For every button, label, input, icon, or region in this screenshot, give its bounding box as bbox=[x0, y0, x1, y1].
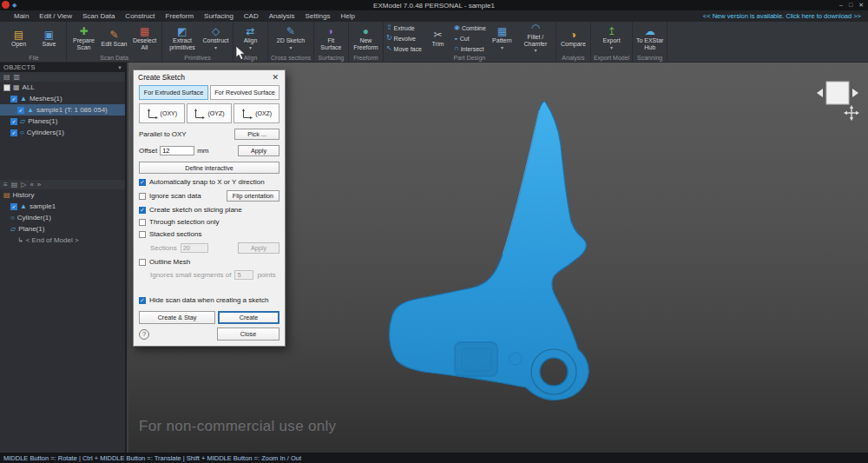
prepare-scan-button[interactable]: ✚ Prepare Scan bbox=[69, 26, 98, 50]
pick-button[interactable]: Pick ... bbox=[234, 129, 279, 140]
stacked-sections-checkbox[interactable] bbox=[139, 231, 146, 238]
trim-button[interactable]: ✂ Trim bbox=[424, 30, 452, 48]
dialog-title-bar[interactable]: Create Sketch ✕ bbox=[134, 70, 285, 83]
tab-revolved-surface[interactable]: For Revolved Surface bbox=[210, 85, 279, 100]
history-list-icon[interactable]: ≡ bbox=[3, 181, 8, 189]
menu-analysis[interactable]: Analysis bbox=[264, 10, 300, 22]
deselect-all-button[interactable]: ▦ Deselect All bbox=[130, 26, 159, 50]
construct-button[interactable]: ◇ Construct ▾ bbox=[201, 26, 230, 50]
flip-orientation-button[interactable]: Flip orientation bbox=[227, 190, 279, 202]
history-tree-icon[interactable]: ▤ bbox=[11, 181, 18, 189]
menu-cad[interactable]: CAD bbox=[239, 10, 264, 22]
plane-oxz-button[interactable]: (OXZ) bbox=[233, 103, 279, 123]
history-step-forward-icon[interactable]: » bbox=[37, 181, 41, 189]
export-dropdown-icon: ▾ bbox=[610, 45, 613, 51]
outline-mesh-checkbox[interactable] bbox=[139, 259, 146, 266]
objects-filter-icon[interactable]: ▥ bbox=[14, 73, 21, 81]
menu-construct[interactable]: Construct bbox=[120, 10, 160, 22]
update-notice-link[interactable]: << New version is available. Click here … bbox=[703, 12, 868, 20]
move-face-button[interactable]: ↖ Move face bbox=[386, 44, 422, 54]
hide-scan-checkbox[interactable]: ✓ bbox=[139, 297, 146, 304]
extrude-button[interactable]: ⇧ Extrude bbox=[386, 23, 422, 33]
tab-extruded-surface[interactable]: For Extruded Surface bbox=[139, 85, 208, 100]
export-icon: ↥ bbox=[608, 26, 616, 36]
offset-input[interactable] bbox=[160, 146, 194, 155]
tree-item-meshes[interactable]: ✓ ▲ Meshes(1) bbox=[0, 93, 125, 104]
history-checkbox-sample1[interactable]: ✓ bbox=[10, 203, 17, 210]
plane-oyz-button[interactable]: (OYZ) bbox=[187, 103, 233, 123]
segments-unit-label: points bbox=[257, 271, 275, 279]
history-icon: ▤ bbox=[3, 192, 10, 199]
history-step-back-icon[interactable]: « bbox=[30, 181, 33, 189]
maximize-button[interactable]: □ bbox=[849, 2, 852, 9]
extract-primitives-button[interactable]: ◩ Extract primitives bbox=[165, 26, 200, 50]
tree-item-sample1[interactable]: ✓ ▲ sample1 (T: 1 086 054) bbox=[0, 104, 125, 116]
history-item-end-of-model[interactable]: ↳ < End of Model > bbox=[0, 235, 125, 246]
edit-scan-button[interactable]: ✎ Edit Scan bbox=[100, 30, 128, 48]
history-plane-icon: ▱ bbox=[10, 226, 16, 233]
create-and-stay-button[interactable]: Create & Stay bbox=[139, 311, 215, 324]
offset-apply-button[interactable]: Apply bbox=[238, 145, 279, 156]
minimize-button[interactable]: – bbox=[839, 2, 843, 9]
dialog-close-button[interactable]: Close bbox=[217, 327, 279, 341]
cut-button[interactable]: ◒ Cut bbox=[454, 34, 486, 43]
through-selection-checkbox[interactable] bbox=[139, 219, 146, 226]
panel-options-icon[interactable]: ▾ bbox=[118, 64, 122, 71]
extrude-label: Extrude bbox=[394, 25, 415, 31]
history-play-icon[interactable]: ▷ bbox=[21, 181, 26, 189]
checkbox-meshes[interactable]: ✓ bbox=[10, 96, 17, 103]
slicing-plane-row: ✓ Create sketch on slicing plane bbox=[139, 206, 279, 214]
menu-freeform[interactable]: Freeform bbox=[161, 10, 199, 22]
new-freeform-button[interactable]: ● New Freeform bbox=[352, 26, 380, 50]
revolve-button[interactable]: ↻ Revolve bbox=[386, 34, 422, 43]
app-window: ◆ EXModel 7.0.48 PERSONAL - sample1 – □ … bbox=[0, 0, 868, 463]
ignore-scan-checkbox[interactable] bbox=[139, 193, 146, 200]
sketch-2d-button[interactable]: ✎ 2D Sketch ▾ bbox=[276, 26, 305, 50]
menu-edit-view[interactable]: Edit / View bbox=[34, 10, 77, 22]
open-button[interactable]: ▤ Open bbox=[4, 30, 33, 48]
plane-oxy-button[interactable]: (OXY) bbox=[139, 103, 185, 123]
offset-unit-label: mm bbox=[197, 147, 208, 155]
history-item-sample1[interactable]: ✓ ▲ sample1 bbox=[0, 201, 125, 212]
ribbon-group-analysis: ◑ Compare Analysis bbox=[556, 22, 591, 62]
checkbox-sample1[interactable]: ✓ bbox=[17, 107, 24, 114]
slicing-plane-checkbox[interactable]: ✓ bbox=[139, 207, 146, 214]
checkbox-all[interactable] bbox=[3, 84, 10, 91]
history-root-item[interactable]: ▤ History bbox=[0, 189, 125, 201]
pattern-dropdown-icon: ▾ bbox=[501, 45, 503, 51]
menu-settings[interactable]: Settings bbox=[300, 10, 336, 22]
history-item-plane[interactable]: ▱ Plane(1) bbox=[0, 223, 125, 235]
save-button[interactable]: ▣ Save bbox=[35, 30, 63, 48]
help-button[interactable]: ? bbox=[139, 329, 149, 340]
history-item-cylinder[interactable]: ○ Cylinder(1) bbox=[0, 212, 125, 223]
export-button[interactable]: ↥ Export ▾ bbox=[597, 26, 626, 50]
fillet-chamfer-dropdown-icon: ▾ bbox=[534, 48, 536, 54]
menu-main[interactable]: Main bbox=[9, 10, 34, 22]
snap-checkbox[interactable]: ✓ bbox=[139, 179, 146, 186]
close-button[interactable]: ✕ bbox=[858, 2, 864, 9]
menu-surfacing[interactable]: Surfacing bbox=[199, 10, 239, 22]
tree-item-cylinders[interactable]: ✓ ○ Cylinders(1) bbox=[0, 127, 125, 138]
menu-help[interactable]: Help bbox=[335, 10, 359, 22]
view-cube-navigator[interactable] bbox=[814, 76, 861, 120]
dialog-close-icon[interactable]: ✕ bbox=[270, 73, 280, 82]
tree-item-planes[interactable]: ✓ ▱ Planes(1) bbox=[0, 116, 125, 127]
menu-scan-data[interactable]: Scan Data bbox=[77, 10, 120, 22]
combine-button[interactable]: ◉ Combine bbox=[454, 23, 486, 33]
history-label-cylinder: Cylinder(1) bbox=[17, 214, 51, 222]
fit-surface-button[interactable]: ◗ Fit Surface bbox=[317, 26, 345, 50]
define-interactive-button[interactable]: Define interactive bbox=[139, 162, 279, 174]
exstar-hub-button[interactable]: ☁ To EXStar Hub bbox=[635, 26, 664, 50]
tree-item-all[interactable]: ▦ ALL bbox=[0, 82, 125, 93]
create-button[interactable]: Create bbox=[218, 311, 279, 324]
checkbox-planes[interactable]: ✓ bbox=[10, 118, 17, 125]
intersect-button[interactable]: ∩ Intersect bbox=[454, 44, 486, 54]
pattern-button[interactable]: ▦ Pattern ▾ bbox=[488, 26, 516, 50]
compare-button[interactable]: ◑ Compare bbox=[559, 30, 588, 48]
plane-oyz-label: (OYZ) bbox=[207, 110, 224, 116]
pattern-icon: ▦ bbox=[497, 26, 507, 36]
checkbox-cylinders[interactable]: ✓ bbox=[10, 129, 17, 136]
fillet-chamfer-button[interactable]: ◠ Fillet / Chamfer ▾ bbox=[518, 23, 553, 54]
ribbon-group-cross-sections: ✎ 2D Sketch ▾ Cross sections bbox=[268, 22, 314, 62]
objects-view-icon[interactable]: ▤ bbox=[3, 73, 10, 81]
